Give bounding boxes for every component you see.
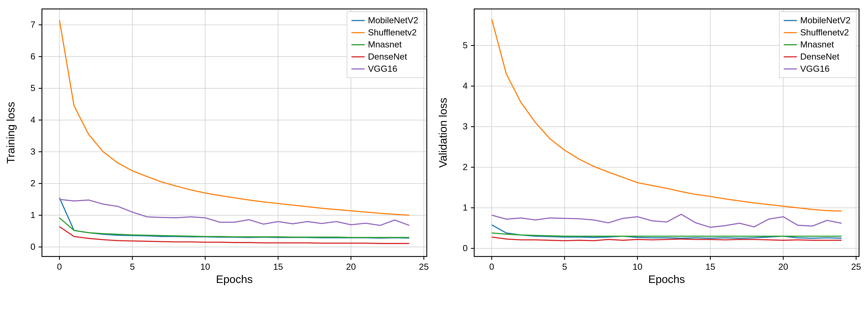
y-tick-label: 7: [30, 20, 35, 30]
x-tick-label: 10: [200, 262, 210, 272]
x-tick-label: 25: [851, 262, 861, 272]
charts-row: 051015202501234567EpochsTraining lossMob…: [3, 3, 865, 290]
x-axis-label: Epochs: [216, 273, 253, 285]
x-tick-label: 5: [130, 262, 135, 272]
legend-label: VGG16: [800, 64, 830, 74]
legend-label: Shufflenetv2: [800, 27, 849, 37]
legend-label: MobileNetV2: [800, 15, 850, 25]
x-tick-label: 20: [778, 262, 788, 272]
x-tick-label: 0: [489, 262, 494, 272]
y-tick-label: 2: [30, 178, 35, 188]
y-tick-label: 1: [463, 203, 467, 212]
x-axis-label: Epochs: [648, 273, 685, 285]
legend-label: Shufflenetv2: [368, 27, 416, 37]
y-axis-label: Training loss: [4, 102, 17, 164]
legend-label: DenseNet: [368, 52, 407, 61]
x-tick-label: 15: [273, 262, 283, 272]
x-tick-label: 20: [346, 262, 356, 272]
y-tick-label: 2: [463, 162, 467, 172]
training-loss-chart: 051015202501234567EpochsTraining lossMob…: [3, 3, 432, 290]
y-tick-label: 0: [30, 242, 35, 252]
x-tick-label: 0: [57, 262, 62, 272]
legend-label: Mnasnet: [800, 39, 834, 49]
y-tick-label: 5: [463, 40, 467, 50]
legend-label: MobileNetV2: [368, 15, 418, 25]
legend-label: DenseNet: [800, 52, 839, 61]
legend-label: Mnasnet: [368, 39, 402, 49]
y-tick-label: 0: [463, 243, 467, 253]
legend-label: VGG16: [368, 64, 397, 74]
x-tick-label: 15: [706, 262, 715, 272]
y-tick-label: 6: [30, 51, 35, 61]
validation-loss-chart: 0510152025012345EpochsValidation lossMob…: [436, 3, 865, 290]
y-axis-label: Validation loss: [437, 98, 449, 168]
y-tick-label: 3: [30, 147, 35, 156]
y-tick-label: 3: [463, 121, 467, 131]
x-tick-label: 5: [562, 262, 567, 272]
x-tick-label: 10: [632, 262, 642, 272]
y-tick-label: 4: [463, 81, 467, 91]
y-tick-label: 4: [30, 115, 35, 125]
x-tick-label: 25: [419, 262, 429, 272]
y-tick-label: 1: [30, 210, 35, 220]
y-tick-label: 5: [30, 83, 35, 93]
